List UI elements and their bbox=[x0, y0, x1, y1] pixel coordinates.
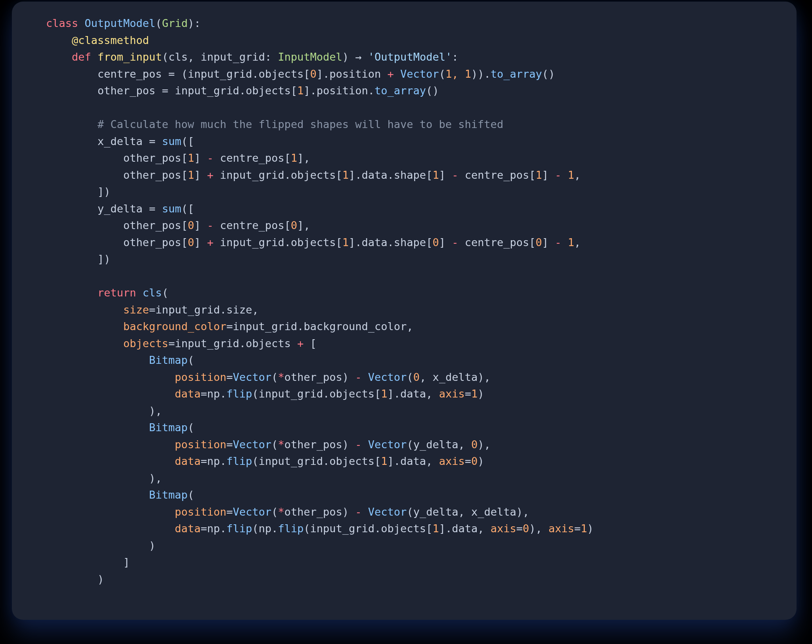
code-line: ] bbox=[46, 556, 130, 568]
code-line: Bitmap( bbox=[46, 354, 194, 366]
code-line: other_pos[1] + input_grid.objects[1].dat… bbox=[46, 169, 581, 181]
code-line: other_pos[0] + input_grid.objects[1].dat… bbox=[46, 236, 581, 248]
code-block: class OutputModel(Grid): @classmethod de… bbox=[46, 15, 777, 588]
code-line: x_delta = sum([ bbox=[46, 135, 194, 147]
code-line: @classmethod bbox=[46, 34, 149, 46]
code-line: y_delta = sum([ bbox=[46, 203, 194, 215]
code-line: other_pos = input_grid.objects[1].positi… bbox=[46, 84, 439, 97]
code-line: return cls( bbox=[46, 287, 168, 299]
code-line: data=np.flip(input_grid.objects[1].data,… bbox=[46, 455, 484, 467]
code-line: position=Vector(*other_pos) - Vector(y_d… bbox=[46, 506, 529, 518]
code-line: data=np.flip(input_grid.objects[1].data,… bbox=[46, 388, 484, 400]
code-line: ) bbox=[46, 539, 155, 552]
code-line: class OutputModel(Grid): bbox=[46, 17, 201, 29]
code-line: Bitmap( bbox=[46, 489, 194, 501]
code-line: ]) bbox=[46, 253, 111, 265]
code-line: size=input_grid.size, bbox=[46, 304, 258, 316]
code-line: centre_pos = (input_grid.objects[0].posi… bbox=[46, 68, 555, 80]
code-line: objects=input_grid.objects + [ bbox=[46, 337, 317, 350]
code-line: # Calculate how much the flipped shapes … bbox=[46, 118, 503, 130]
code-line: ]) bbox=[46, 185, 111, 198]
code-line: position=Vector(*other_pos) - Vector(y_d… bbox=[46, 438, 491, 451]
code-line: other_pos[1] - centre_pos[1], bbox=[46, 152, 310, 164]
code-line: def from_input(cls, input_grid: InputMod… bbox=[46, 51, 458, 63]
code-line: position=Vector(*other_pos) - Vector(0, … bbox=[46, 371, 491, 383]
code-line: ) bbox=[46, 573, 104, 585]
code-line: ), bbox=[46, 405, 162, 417]
code-line: data=np.flip(np.flip(input_grid.objects[… bbox=[46, 522, 594, 535]
code-card: class OutputModel(Grid): @classmethod de… bbox=[12, 2, 797, 620]
code-line bbox=[46, 270, 52, 282]
code-line: Bitmap( bbox=[46, 421, 194, 434]
code-line bbox=[46, 101, 52, 114]
code-line: ), bbox=[46, 472, 162, 484]
code-line: background_color=input_grid.background_c… bbox=[46, 320, 413, 333]
code-line: other_pos[0] - centre_pos[0], bbox=[46, 219, 310, 231]
